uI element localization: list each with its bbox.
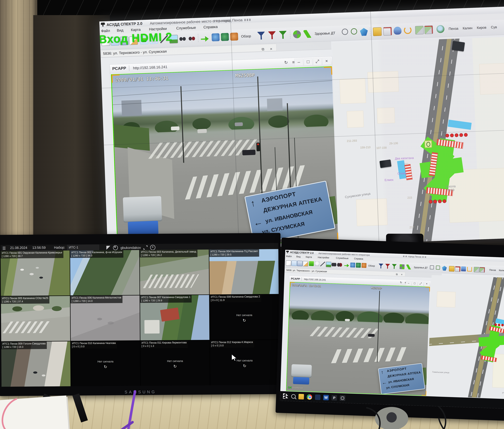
menu-service[interactable]: Служебные xyxy=(176,25,196,30)
camera-tile[interactable]: ИТС1 Пенза 004 Калинина-ТЦ Рассвет[ 1280… xyxy=(209,249,279,294)
edit-icon[interactable] xyxy=(303,261,308,267)
menu-settings[interactable]: Настройки xyxy=(318,256,329,259)
pcapp-restore-button[interactable]: ⤢ xyxy=(313,58,322,65)
pcapp-minimize-button[interactable]: – xyxy=(406,281,411,286)
binoculars-alert-icon[interactable] xyxy=(188,34,196,42)
menu-view[interactable]: Вид xyxy=(296,255,301,258)
database-icon[interactable] xyxy=(393,26,402,35)
folder-alert-icon[interactable] xyxy=(455,266,460,272)
filter-icon[interactable] xyxy=(257,32,265,40)
image-layer-icon[interactable] xyxy=(326,262,332,267)
camera-tile-nosignal[interactable]: ИТС1 Пенза 008 Калинина-Свердлова 2[ 0 x… xyxy=(210,294,279,340)
open-folder-icon[interactable] xyxy=(291,261,297,266)
tab-dock-icon[interactable]: ⧉ xyxy=(396,272,398,276)
menu-help[interactable]: Справка xyxy=(203,25,218,29)
dt-health-button[interactable]: Здоровье ДТ xyxy=(315,31,335,36)
overview-button[interactable]: Обзор xyxy=(241,34,251,38)
folder-globe-icon[interactable] xyxy=(373,27,382,36)
reload-icon[interactable]: ↻ xyxy=(284,60,288,65)
zoom-add-icon[interactable] xyxy=(436,265,440,270)
set-select[interactable]: ИТС-1 xyxy=(67,245,99,250)
overview-button[interactable]: Обзор xyxy=(368,264,375,267)
poi-label[interactable]: Елмек xyxy=(385,178,393,182)
binoculars-icon[interactable] xyxy=(332,262,336,267)
map-pane[interactable]: 211-293 159-210 107-158 29-106 Два капит… xyxy=(332,35,504,245)
tab-dock-icon[interactable]: ⧉ xyxy=(261,46,264,53)
junction-icon[interactable] xyxy=(293,30,301,38)
road-segment-icon[interactable] xyxy=(406,264,411,270)
expand-icon[interactable] xyxy=(144,245,148,250)
save-icon[interactable] xyxy=(297,261,303,266)
pcapp-close-button[interactable]: × xyxy=(424,281,430,286)
hamburger-icon[interactable]: ☰ xyxy=(2,246,6,251)
poi-label[interactable]: Олимп xyxy=(397,172,407,175)
filter-icon[interactable] xyxy=(378,263,383,269)
chrome-icon[interactable] xyxy=(307,394,312,400)
folder-globe-icon[interactable] xyxy=(449,266,455,271)
camera-tile-nosignal[interactable]: ИТС1 Пенза 011 Кирова-Лермонтова[ 0 x 0 … xyxy=(140,340,210,386)
folder-alert-icon[interactable] xyxy=(383,27,392,36)
menu-map[interactable]: Карта xyxy=(306,255,312,258)
gem-add-icon[interactable] xyxy=(442,266,447,271)
city-button-kalin[interactable]: Калин xyxy=(463,26,473,30)
camera-tile[interactable]: ИТС1 Пенза 001 Окружная Калинина-Кривозе… xyxy=(0,251,70,296)
pcapp-maximize-button[interactable]: □ xyxy=(412,281,417,286)
camera-tile-nosignal[interactable]: ИТС1 Пенза 012 Кирова-К.Маркса[ 0 x 0 ] … xyxy=(210,340,279,385)
city-button-penza[interactable]: Пенза xyxy=(489,269,496,271)
file-explorer-icon[interactable] xyxy=(298,394,304,400)
steering-app-icon[interactable] xyxy=(340,395,345,401)
filter-off-icon[interactable] xyxy=(385,264,390,269)
map-alert-icon[interactable] xyxy=(424,25,433,34)
camera-tile[interactable]: ИТС1 Пенза 009 Гоголя-Свердлова[ 1280 x … xyxy=(1,341,71,387)
pcapp-taskbar-icon[interactable]: P xyxy=(332,395,337,401)
pcapp-close-button[interactable]: × xyxy=(322,57,331,65)
undo-icon[interactable] xyxy=(404,26,412,34)
pcapp-url[interactable]: http://192.168.16.241 xyxy=(304,278,326,281)
camera-tile[interactable]: ИТС1 Пенза 005 Калинина СОШ №25[ 1280 x … xyxy=(1,296,70,341)
pcapp-restore-button[interactable]: ⤢ xyxy=(418,281,423,286)
pcapp-url[interactable]: http://192.168.16.241 xyxy=(133,65,167,70)
green-arrow-icon[interactable] xyxy=(201,34,209,42)
dt-health-button[interactable]: Здоровье ДТ xyxy=(414,266,428,269)
road-segment-icon[interactable] xyxy=(303,30,312,38)
filter-off-icon[interactable] xyxy=(268,31,276,39)
menu-file[interactable]: Файл xyxy=(286,255,292,258)
filter-apply-icon[interactable] xyxy=(392,264,397,269)
globe-ribbon-icon[interactable] xyxy=(436,25,445,33)
binoculars-alert-icon[interactable] xyxy=(337,262,342,267)
camera-green-icon[interactable] xyxy=(356,263,361,268)
measure-icon[interactable] xyxy=(342,28,348,35)
zoom-cancel-icon[interactable] xyxy=(150,245,155,250)
tab-close-icon[interactable]: × xyxy=(401,272,403,277)
camera-orange-icon[interactable] xyxy=(361,263,367,268)
draw-tool-icon[interactable] xyxy=(320,262,325,267)
map-export-icon[interactable] xyxy=(474,267,479,272)
camera-tile[interactable]: ИТС1 Пенза 006 Калинина-Металлистов[ 128… xyxy=(71,295,140,341)
camera-tile[interactable]: ИТС1 Пенза 007 Калинина-Свердлова 1[ 128… xyxy=(140,295,209,340)
pcapp-maximize-button[interactable]: □ xyxy=(304,58,313,66)
city-button-kalin[interactable]: Калин xyxy=(499,269,504,272)
select-tool-button[interactable] xyxy=(309,261,314,266)
pinned-app-icon[interactable] xyxy=(315,394,321,400)
search-icon[interactable] xyxy=(291,394,296,399)
measure-icon[interactable] xyxy=(430,265,434,270)
camera-tile[interactable]: ИТС1 Пенза 003 Калинина, Дизельный завод… xyxy=(140,250,209,295)
camera-tile-nosignal[interactable]: ИТС1 Пенза 010 Калинина-Чкалова[ 0 x 0 ]… xyxy=(71,341,140,386)
map-alert-icon[interactable] xyxy=(479,267,485,273)
camera-blue-icon[interactable] xyxy=(350,263,355,268)
tab-close-icon[interactable]: × xyxy=(270,45,272,52)
reload-icon[interactable]: ↻ xyxy=(400,281,402,284)
menu-help[interactable]: Справка xyxy=(354,257,363,260)
new-document-icon[interactable] xyxy=(286,260,291,266)
binoculars-icon[interactable] xyxy=(179,35,187,43)
city-button-kirov[interactable]: Киров xyxy=(477,26,486,30)
green-arrow-icon[interactable] xyxy=(344,262,349,267)
word-icon[interactable]: W xyxy=(323,395,329,400)
start-button[interactable] xyxy=(283,393,288,399)
zoom-add-icon[interactable] xyxy=(351,28,357,35)
camera-green-icon[interactable] xyxy=(221,33,229,41)
undo-icon[interactable] xyxy=(467,267,472,272)
menu-service[interactable]: Служебные xyxy=(336,257,349,260)
camera-blue-icon[interactable] xyxy=(212,33,220,41)
city-button-penza[interactable]: Пенза xyxy=(449,26,459,31)
